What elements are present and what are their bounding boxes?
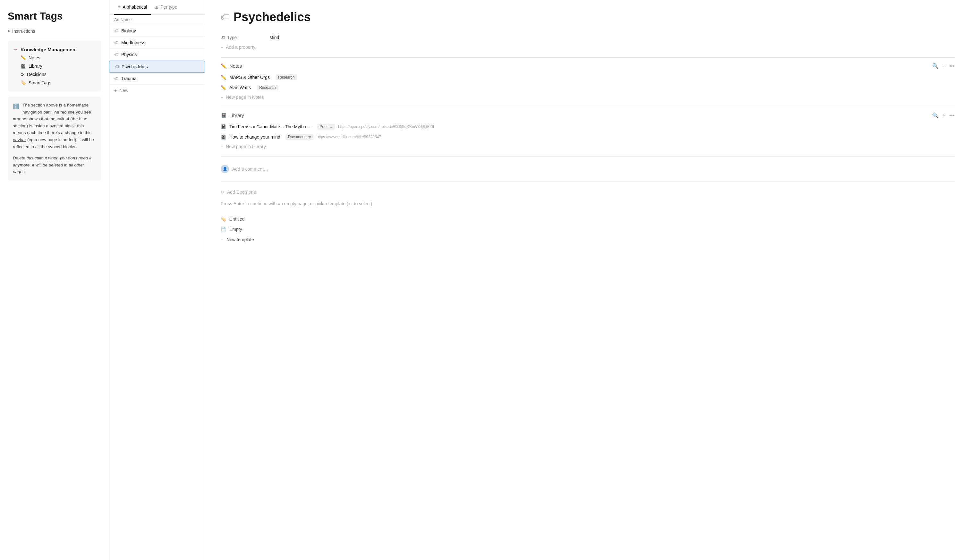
list-item-biology[interactable]: 🏷 Biology — [109, 25, 205, 37]
notes-more-icon[interactable]: ••• — [949, 63, 955, 69]
info-icon: ℹ️ — [13, 102, 19, 111]
page-title: Smart Tags — [8, 10, 101, 22]
lib-title-2: How to change your mind — [229, 134, 280, 140]
plus-icon: + — [114, 88, 117, 93]
note-title-2: Alan Watts — [229, 85, 251, 90]
middle-panel: ≡ Alphabetical ⊞ Per type Aa Name 🏷 Biol… — [109, 0, 205, 560]
note-pencil-icon-1: ✏️ — [221, 75, 226, 80]
trauma-label: Trauma — [121, 76, 137, 81]
plus-library-icon: + — [221, 144, 223, 149]
new-item-button[interactable]: + New — [109, 85, 205, 96]
page-tag-icon: 🏷 — [221, 12, 230, 22]
plus-notes-icon: + — [221, 95, 223, 100]
notes-add-icon[interactable]: + — [942, 63, 945, 69]
plus-prop-icon: + — [221, 45, 223, 50]
lib-icon-1: 📓 — [221, 124, 226, 129]
instructions-toggle[interactable]: Instructions — [8, 28, 101, 34]
add-library-label: New page in Library — [226, 144, 266, 149]
library-add-icon[interactable]: + — [942, 113, 945, 118]
add-property-label: Add a property — [226, 45, 255, 50]
navbar-link[interactable]: navbar — [13, 137, 26, 142]
library-item-2[interactable]: 📓 How to change your mind Documentary ht… — [221, 132, 955, 142]
callout-block: ℹ️ The section above is a homemade navig… — [8, 97, 101, 180]
comment-row[interactable]: 👤 Add a comment… — [221, 162, 955, 177]
list-item-physics[interactable]: 🏷 Physics — [109, 49, 205, 61]
notes-section-title: ✏️ Notes — [221, 63, 242, 69]
mindfulness-label: Mindfulness — [121, 40, 145, 45]
name-label: Name — [121, 17, 132, 22]
untitled-tag-icon: 🏷️ — [221, 217, 226, 222]
library-more-icon[interactable]: ••• — [949, 113, 955, 118]
biology-label: Biology — [121, 28, 136, 33]
list-item-psychedelics[interactable]: 🏷 Psychedelics — [109, 61, 205, 73]
library-item-1[interactable]: 📓 Tim Ferriss x Gabor Maté – The Myth o…… — [221, 122, 955, 132]
notes-section-header: ✏️ Notes 🔍 + ••• — [221, 63, 955, 69]
sidebar-item-smarttags[interactable]: 🏷️ Smart Tags — [20, 78, 96, 87]
add-notes-label: New page in Notes — [226, 95, 264, 100]
add-library-row[interactable]: + New page in Library — [221, 142, 955, 151]
triangle-icon — [8, 30, 10, 33]
library-section-title: 📓 Library — [221, 113, 244, 118]
comment-placeholder: Add a comment… — [232, 167, 268, 172]
library-search-icon[interactable]: 🔍 — [932, 112, 938, 118]
right-page-title: Psychedelics — [233, 10, 311, 24]
divider-1 — [221, 57, 955, 58]
tab-alphabetical[interactable]: ≡ Alphabetical — [114, 0, 151, 15]
library-section-actions: 🔍 + ••• — [932, 112, 955, 118]
tag-icon-mindfulness: 🏷 — [114, 40, 119, 45]
nav-main-item[interactable]: → Knowledge Management — [13, 45, 96, 53]
tag-icon-psychedelics: 🏷 — [115, 64, 119, 69]
note-item-maps[interactable]: ✏️ MAPS & Other Orgs Research — [221, 72, 955, 82]
list-item-trauma[interactable]: 🏷 Trauma — [109, 73, 205, 85]
synced-block-link[interactable]: synced block — [50, 123, 75, 128]
divider-4 — [221, 182, 955, 182]
note-item-watts[interactable]: ✏️ Alan Watts Research — [221, 82, 955, 93]
tab-alphabetical-label: Alphabetical — [123, 5, 147, 10]
list-item-mindfulness[interactable]: 🏷 Mindfulness — [109, 37, 205, 49]
nav-block: → Knowledge Management ✏️ Notes 📓 Librar… — [8, 41, 101, 92]
tag-nav-icon: 🏷️ — [20, 80, 26, 85]
untitled-label: Untitled — [229, 217, 245, 222]
tag-icon-physics: 🏷 — [114, 52, 119, 57]
new-template-icon: + — [221, 237, 223, 242]
decisions-label: Decisions — [27, 72, 47, 77]
book-icon: 📓 — [20, 63, 26, 68]
psychedelics-label: Psychedelics — [122, 64, 148, 69]
nav-sub-items: ✏️ Notes 📓 Library ⟳ Decisions 🏷️ Smart … — [20, 53, 96, 87]
decisions-icon: ⟳ — [20, 72, 24, 77]
nav-main-label: Knowledge Management — [20, 47, 77, 52]
lib-badge-1: Podc… — [317, 124, 335, 130]
notes-search-icon[interactable]: 🔍 — [932, 63, 938, 69]
sidebar-item-decisions[interactable]: ⟳ Decisions — [20, 70, 96, 78]
notes-label: Notes — [28, 55, 40, 60]
template-untitled[interactable]: 🏷️ Untitled — [221, 214, 955, 224]
library-label: Library — [28, 63, 42, 68]
instructions-label: Instructions — [12, 28, 35, 34]
empty-page-icon: 📄 — [221, 227, 226, 232]
template-empty[interactable]: 📄 Empty — [221, 224, 955, 235]
tab-per-type[interactable]: ⊞ Per type — [151, 0, 181, 15]
right-panel: 🏷 Psychedelics 🏷 Type Mind + Add a prope… — [205, 0, 970, 560]
template-options: 🏷️ Untitled 📄 Empty + New template — [221, 214, 955, 245]
sidebar-item-library[interactable]: 📓 Library — [20, 62, 96, 70]
library-section-icon: 📓 — [221, 113, 227, 118]
lib-badge-2: Documentary — [285, 134, 313, 140]
smarttags-label: Smart Tags — [28, 80, 51, 85]
empty-label: Empty — [229, 227, 242, 232]
divider-3 — [221, 156, 955, 157]
template-hint: Press Enter to continue with an empty pa… — [221, 197, 955, 210]
prop-type-value[interactable]: Mind — [270, 35, 279, 40]
sidebar-item-notes[interactable]: ✏️ Notes — [20, 53, 96, 62]
tabs-row: ≡ Alphabetical ⊞ Per type — [109, 0, 205, 15]
note-badge-1: Research — [275, 74, 297, 80]
pencil-icon: ✏️ — [20, 55, 26, 60]
add-decisions-row[interactable]: ⟳ Add Decisions — [221, 187, 955, 197]
template-new-template[interactable]: + New template — [221, 235, 955, 245]
add-property-row[interactable]: + Add a property — [221, 42, 955, 52]
aa-icon: Aa — [114, 17, 119, 22]
decisions-add-icon: ⟳ — [221, 190, 225, 195]
new-label: New — [119, 88, 128, 93]
divider-2 — [221, 107, 955, 107]
add-notes-row[interactable]: + New page in Notes — [221, 93, 955, 102]
note-badge-2: Research — [257, 85, 278, 90]
